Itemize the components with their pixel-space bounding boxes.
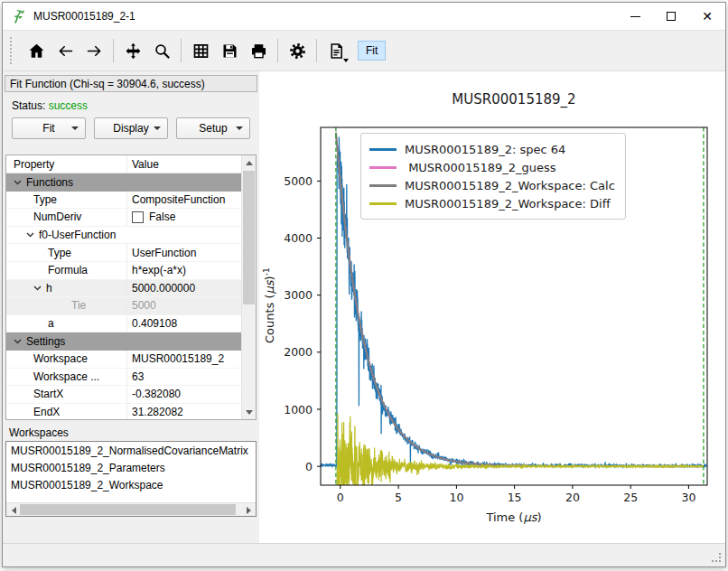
toolbar-drag-handle[interactable]	[10, 37, 14, 64]
property-value[interactable]: 5000	[127, 297, 241, 314]
fit-property-browser: Fit Function (Chi-sq = 30904.6, success)…	[3, 71, 259, 543]
close-button[interactable]: ✕	[689, 3, 725, 30]
scroll-left-button[interactable]	[6, 503, 21, 517]
fit-toggle-button[interactable]: Fit	[358, 41, 386, 61]
toolbar-separator	[113, 39, 114, 62]
triangle-up-icon	[246, 161, 253, 165]
property-name: EndX	[33, 406, 60, 418]
chevron-down-icon[interactable]	[14, 339, 22, 344]
pan-button[interactable]	[118, 36, 147, 65]
back-arrow-icon	[56, 42, 75, 61]
title-bar[interactable]: MUSR00015189_2-1 ✕	[3, 3, 725, 30]
property-section-row[interactable]: Settings	[6, 332, 241, 351]
status-value: success	[49, 99, 88, 112]
property-row[interactable]: Workspace ...63	[6, 369, 241, 387]
save-button[interactable]	[215, 36, 244, 65]
property-row[interactable]: Tie5000	[6, 297, 241, 315]
back-button[interactable]	[51, 36, 79, 65]
property-value[interactable]: h*exp(-a*x)	[127, 262, 241, 279]
property-value-text: MUSR00015189_2	[132, 352, 224, 365]
checkbox[interactable]	[132, 211, 144, 223]
y-tick-label: 4000	[284, 231, 313, 245]
plot-title: MUSR00015189_2	[321, 91, 707, 108]
forward-button[interactable]	[79, 36, 108, 65]
property-name: Functions	[26, 176, 73, 189]
property-value[interactable]: False	[127, 209, 241, 226]
legend-line-swatch	[369, 202, 397, 205]
display-menu-button[interactable]: Display	[94, 117, 168, 139]
script-icon	[327, 42, 346, 61]
close-icon: ✕	[702, 10, 713, 23]
property-value[interactable]: 63	[127, 369, 241, 386]
property-row[interactable]: a0.409108	[6, 315, 241, 333]
chevron-down-icon	[154, 126, 161, 130]
maximize-button[interactable]	[653, 3, 689, 30]
scroll-up-button[interactable]	[242, 155, 257, 170]
scroll-down-button[interactable]	[242, 405, 257, 419]
property-row[interactable]: TypeCompositeFunction	[6, 192, 241, 210]
chevron-down-icon[interactable]	[14, 180, 22, 185]
plot-legend: MUSR00015189_2: spec 64 MUSR00015189_2_g…	[360, 133, 626, 220]
fit-menu-button[interactable]: Fit	[12, 117, 86, 139]
property-row[interactable]: TypeUserFunction	[6, 244, 241, 262]
property-value[interactable]: 5000.000000	[127, 280, 241, 297]
chevron-down-icon[interactable]	[33, 286, 42, 291]
scrollbar-thumb[interactable]	[243, 171, 255, 304]
scrollbar-thumb[interactable]	[20, 504, 236, 515]
forward-arrow-icon	[85, 42, 104, 61]
workspace-item[interactable]: MUSR00015189_2_Workspace	[7, 477, 255, 494]
generate-script-button[interactable]	[322, 36, 350, 65]
save-icon	[220, 42, 239, 61]
property-value-text: 5000	[132, 299, 156, 312]
dropdown-caret-icon	[343, 59, 349, 62]
property-row[interactable]: StartX-0.382080	[6, 386, 241, 404]
property-row[interactable]: WorkspaceMUSR00015189_2	[6, 351, 241, 369]
y-tick-label: 1000	[284, 403, 313, 417]
x-tick-label: 0	[337, 491, 344, 504]
zoom-button[interactable]	[147, 36, 176, 65]
gear-icon	[288, 42, 307, 61]
settings-button[interactable]	[283, 36, 312, 65]
plot-toolbar: Fit	[3, 30, 725, 71]
legend-label: MUSR00015189_2_Workspace: Diff	[405, 197, 611, 211]
property-row[interactable]: EndX31.282082	[6, 404, 241, 419]
property-value[interactable]: UserFunction	[127, 244, 241, 261]
property-value[interactable]: CompositeFunction	[127, 192, 241, 209]
property-value[interactable]: -0.382080	[127, 386, 241, 403]
property-name: StartX	[33, 388, 63, 400]
property-value[interactable]: MUSR00015189_2	[127, 351, 241, 368]
minimize-button[interactable]	[617, 3, 653, 30]
property-row[interactable]: Formulah*exp(-a*x)	[6, 262, 241, 280]
setup-menu-button[interactable]: Setup	[176, 117, 250, 139]
property-name: Tie	[71, 299, 86, 312]
property-section-row[interactable]: Functions	[6, 173, 241, 192]
app-window: MUSR00015189_2-1 ✕	[2, 2, 726, 567]
workspace-item[interactable]: MUSR00015189_2_NormalisedCovarianceMatri…	[7, 443, 255, 460]
print-button[interactable]	[244, 36, 273, 65]
property-name: f0-UserFunction	[39, 229, 116, 241]
property-name: Type	[48, 247, 71, 259]
property-value[interactable]: 31.282082	[127, 404, 241, 419]
y-tick-label: 5000	[284, 174, 313, 188]
property-row[interactable]: h5000.000000	[6, 280, 241, 298]
property-name: h	[46, 282, 52, 295]
resize-grip[interactable]	[712, 553, 721, 562]
property-value-text: CompositeFunction	[132, 193, 225, 206]
window-title: MUSR00015189_2-1	[33, 10, 617, 23]
column-property[interactable]: Property	[6, 155, 127, 173]
scroll-right-button[interactable]	[241, 503, 256, 517]
grid-button[interactable]	[186, 36, 215, 65]
column-value[interactable]: Value	[127, 155, 241, 173]
property-row[interactable]: NumDerivFalse	[6, 209, 241, 227]
workspaces-scrollbar[interactable]	[6, 502, 256, 516]
property-name: Workspace ...	[33, 370, 99, 383]
home-button[interactable]	[22, 36, 51, 65]
x-tick-label: 5	[395, 491, 402, 504]
chevron-down-icon[interactable]	[26, 232, 34, 238]
workspace-item[interactable]: MUSR00015189_2_Parameters	[7, 460, 255, 477]
property-value[interactable]: 0.409108	[127, 315, 241, 332]
property-value-text: UserFunction	[132, 247, 196, 259]
property-row[interactable]: f0-UserFunction	[6, 227, 241, 245]
legend-line-swatch	[369, 148, 397, 151]
property-grid-scrollbar[interactable]	[241, 155, 256, 419]
